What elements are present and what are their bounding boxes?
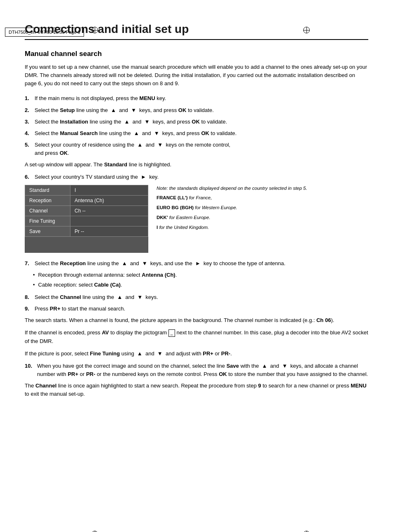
screen-label-channel: Channel	[25, 205, 70, 216]
bullet-antenna: Reception through external antenna: sele…	[25, 271, 368, 279]
content-area: Connections and initial set up Manual ch…	[25, 23, 368, 398]
step-3: 3. Select the Installation line using th…	[25, 118, 368, 126]
screen-row-finetuning: Fine Tuning	[25, 216, 148, 226]
screen-row-standard: Standard I	[25, 185, 148, 195]
step-6: 6. Select your country's TV standard usi…	[25, 173, 368, 181]
screen-label-finetuning: Fine Tuning	[25, 216, 70, 226]
step-1: 1. If the main menu is not displayed, pr…	[25, 94, 368, 103]
screen-label-save: Save	[25, 226, 70, 236]
section-title: Manual channel search	[25, 50, 368, 58]
step-4: 4. Select the Manual Search line using t…	[25, 129, 368, 138]
screen-note-i: I for the United Kingdom.	[157, 224, 368, 231]
screen-row-reception: Reception Antenna (Ch)	[25, 195, 148, 205]
screen-table: Standard I Reception Antenna (Ch) Channe…	[25, 185, 148, 237]
screen-value-save: Pr --	[70, 226, 148, 236]
page-wrapper: DTH7500_en 4/07/03 16:55 Page 8 Connecti…	[0, 23, 393, 532]
bullet-list: Reception through external antenna: sele…	[25, 271, 368, 289]
para-encoded: If the channel is encoded, press AV to d…	[25, 329, 368, 345]
section-title-text: Manual channel search	[25, 50, 102, 58]
screen-label-reception: Reception	[25, 195, 70, 205]
screen-value-standard: I	[70, 185, 148, 195]
para-search-starts: The search starts. When a channel is fou…	[25, 316, 368, 324]
screen-value-finetuning	[70, 216, 148, 226]
step-9: 9. Press PR+ to start the manual search.	[25, 305, 368, 313]
step-8: 8. Select the Channel line using the ▲ a…	[25, 293, 368, 301]
av-icon: ⎯	[168, 329, 175, 337]
setup-note: A set-up window will appear. The Standar…	[25, 161, 368, 169]
step-10: 10. When you have got the correct image …	[25, 362, 368, 378]
page-header: DTH7500_en 4/07/03 16:55 Page 8	[5, 28, 84, 37]
para-final: The Channel line is once again highlight…	[25, 382, 368, 398]
step-2: 2. Select the Setup line using the ▲ and…	[25, 106, 368, 114]
screen-note-euro: EURO BG (BGH) for Western Europe.	[157, 204, 368, 212]
screen-value-reception: Antenna (Ch)	[70, 195, 148, 205]
screen-note: Note: the standards displayed depend on …	[157, 185, 368, 253]
screen-row-save: Save Pr --	[25, 226, 148, 236]
screen-note-intro: Note: the standards displayed depend on …	[157, 185, 368, 192]
screen-note-dkk: DKK' for Eastern Europe.	[157, 214, 368, 222]
reg-mark-bottom-right	[302, 530, 311, 532]
reg-mark-top-left	[91, 26, 99, 34]
reg-mark-top-right	[302, 26, 311, 34]
step-7: 7. Select the Reception line using the ▲…	[25, 259, 368, 268]
bullet-cable: Cable reception: select Cable (Ca).	[25, 281, 368, 289]
reg-mark-bottom-left	[91, 530, 99, 532]
para-fine-tuning: If the picture is poor, select Fine Tuni…	[25, 350, 368, 358]
screen-image: Standard I Reception Antenna (Ch) Channe…	[25, 185, 148, 253]
header-text: DTH7500_en 4/07/03 16:55 Page 8	[9, 30, 80, 35]
screen-note-france: FRANCE (LL') for France,	[157, 194, 368, 202]
screen-row-channel: Channel Ch --	[25, 205, 148, 216]
screen-value-channel: Ch --	[70, 205, 148, 216]
screen-label-standard: Standard	[25, 185, 70, 195]
intro-paragraph: If you want to set up a new channel, use…	[25, 63, 368, 88]
step-5: 5. Select your country of residence usin…	[25, 141, 368, 157]
screen-area: Standard I Reception Antenna (Ch) Channe…	[25, 185, 368, 253]
